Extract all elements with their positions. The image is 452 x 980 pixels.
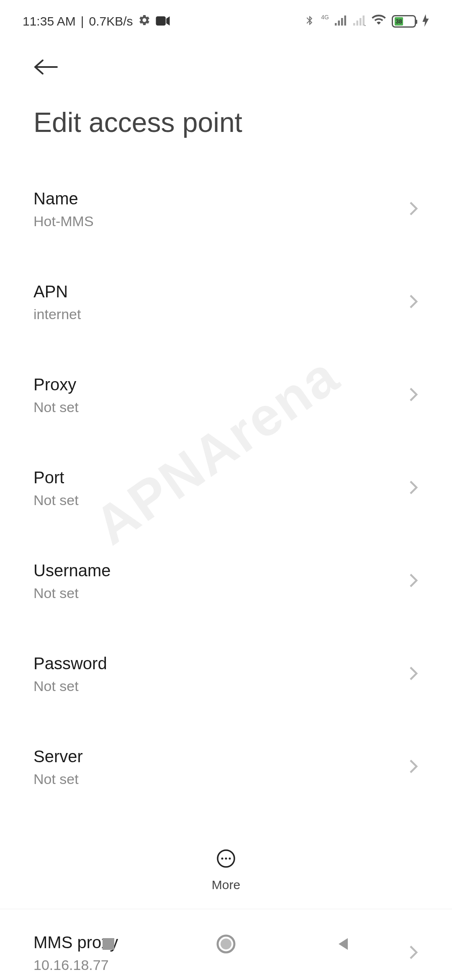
setting-port[interactable]: Port Not set	[33, 451, 419, 526]
setting-value: Not set	[33, 585, 111, 601]
gear-icon	[138, 14, 151, 29]
header: Edit access point	[0, 38, 452, 147]
svg-rect-1	[335, 23, 337, 26]
back-button[interactable]	[33, 54, 419, 81]
setting-label: Username	[33, 561, 111, 580]
setting-value: Not set	[33, 492, 79, 508]
wifi-icon	[372, 15, 386, 28]
setting-label: Proxy	[33, 375, 79, 394]
page-title: Edit access point	[33, 106, 419, 138]
status-right: 4G × 38	[304, 14, 429, 28]
setting-server[interactable]: Server Not set	[33, 730, 419, 805]
more-button[interactable]: More	[0, 840, 452, 892]
setting-username[interactable]: Username Not set	[33, 544, 419, 619]
setting-label: Server	[33, 747, 83, 766]
setting-label: Port	[33, 468, 79, 487]
svg-rect-0	[156, 16, 165, 26]
chevron-right-icon	[408, 666, 419, 683]
setting-label: Name	[33, 189, 94, 208]
nav-back-button[interactable]	[335, 936, 352, 954]
svg-rect-4	[344, 15, 347, 26]
status-left: 11:35 AM | 0.7KB/s	[23, 14, 170, 29]
svg-point-14	[229, 858, 231, 860]
svg-rect-15	[103, 938, 114, 950]
chevron-right-icon	[408, 480, 419, 497]
setting-label: APN	[33, 282, 81, 301]
battery-level: 38	[395, 17, 403, 26]
chevron-right-icon	[408, 294, 419, 311]
setting-proxy[interactable]: Proxy Not set	[33, 358, 419, 433]
status-separator: |	[81, 14, 84, 28]
setting-label: Password	[33, 654, 107, 673]
status-time: 11:35 AM	[23, 14, 76, 28]
signal-icon-1	[335, 15, 347, 28]
svg-rect-7	[360, 18, 362, 26]
setting-apn[interactable]: APN internet	[33, 265, 419, 340]
battery-icon: 38	[392, 15, 416, 28]
setting-value: Hot-MMS	[33, 213, 94, 230]
svg-point-17	[221, 939, 231, 949]
setting-value: Not set	[33, 771, 83, 787]
bluetooth-icon	[304, 14, 315, 28]
more-label: More	[212, 878, 240, 892]
svg-rect-2	[338, 21, 340, 26]
svg-point-13	[225, 858, 227, 860]
nav-recent-button[interactable]	[100, 936, 117, 954]
charging-icon	[422, 14, 429, 28]
chevron-right-icon	[408, 573, 419, 590]
navigation-bar	[0, 909, 452, 980]
setting-value: Not set	[33, 678, 107, 694]
chevron-right-icon	[408, 759, 419, 776]
svg-point-12	[221, 858, 223, 860]
signal-icon-2: ×	[353, 15, 366, 28]
setting-password[interactable]: Password Not set	[33, 637, 419, 712]
camera-icon	[156, 14, 170, 28]
svg-rect-3	[341, 18, 343, 26]
setting-name[interactable]: Name Hot-MMS	[33, 172, 419, 247]
chevron-right-icon	[408, 201, 419, 218]
setting-value: Not set	[33, 399, 79, 415]
setting-value: internet	[33, 306, 81, 322]
svg-rect-6	[357, 21, 359, 26]
signal-4g-icon: 4G	[321, 14, 329, 21]
status-bar: 11:35 AM | 0.7KB/s 4G × 38	[0, 0, 452, 38]
more-icon	[216, 848, 236, 870]
svg-text:×: ×	[363, 22, 366, 26]
svg-rect-5	[353, 23, 355, 26]
nav-home-button[interactable]	[216, 934, 236, 956]
chevron-right-icon	[408, 387, 419, 404]
status-speed: 0.7KB/s	[89, 14, 133, 28]
